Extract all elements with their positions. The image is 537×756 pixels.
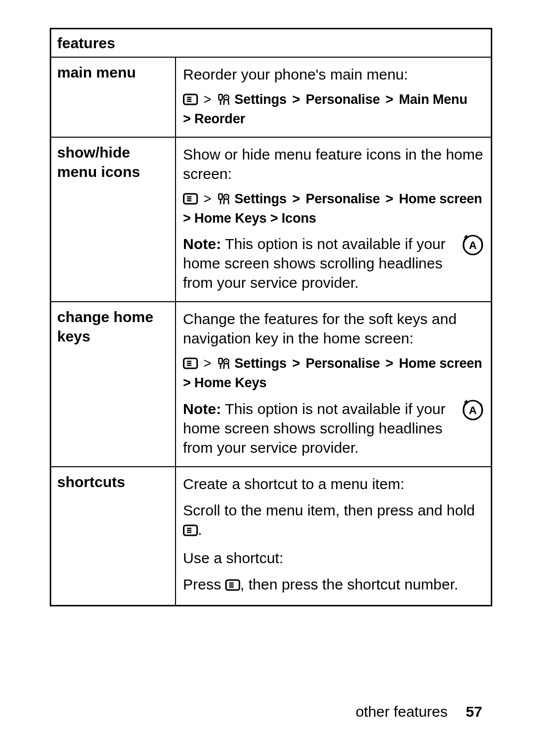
feature-summary: Reorder your phone's main menu:: [183, 65, 484, 84]
note: Note: This option is not available if yo…: [183, 399, 484, 457]
page-number: 57: [466, 703, 482, 720]
note: Note: This option is not available if yo…: [183, 234, 484, 292]
features-table: features main menu Reorder your phone's …: [50, 28, 492, 606]
feature-summary: Change the features for the soft keys an…: [183, 309, 484, 348]
menu-key-icon: [183, 357, 198, 374]
path-step: Home screen: [399, 191, 482, 206]
separator: >: [383, 91, 395, 108]
feature-desc: Show or hide menu feature icons in the h…: [176, 137, 492, 302]
note-body: This option is not available if your hom…: [183, 236, 446, 291]
settings-icon: [217, 357, 231, 374]
text-fragment: Press: [183, 576, 225, 592]
table-row: change home keys Change the features for…: [51, 302, 492, 466]
note-text: Note: This option is not available if yo…: [183, 234, 457, 292]
text-fragment: , then press the shortcut number.: [240, 576, 458, 592]
nav-path: > Settings > Personalise > Main Menu > R…: [183, 91, 484, 128]
instruction: Press , then press the shortcut number.: [183, 575, 484, 596]
settings-icon: [217, 93, 231, 110]
nav-path: > Settings > Personalise > Home screen >…: [183, 190, 484, 227]
table-header: features: [51, 29, 492, 58]
text-fragment: Scroll to the menu item, then press and …: [183, 502, 475, 518]
separator: >: [201, 190, 213, 208]
path-step: Home screen: [399, 356, 482, 371]
feature-name: shortcuts: [51, 467, 176, 606]
menu-key-icon: [183, 522, 198, 541]
table-row: show/hide menu icons Show or hide menu f…: [51, 137, 492, 302]
feature-summary: Show or hide menu feature icons in the h…: [183, 145, 484, 183]
separator: >: [383, 190, 395, 208]
path-step: > Home Keys > Icons: [183, 211, 316, 226]
separator: >: [201, 91, 213, 108]
table-row: main menu Reorder your phone's main menu…: [51, 57, 492, 137]
carrier-dependent-icon: [462, 399, 484, 425]
separator: >: [290, 190, 302, 208]
separator: >: [290, 355, 302, 372]
note-body: This option is not available if your hom…: [183, 401, 446, 456]
nav-path: > Settings > Personalise > Home screen >…: [183, 355, 484, 392]
path-step: Settings: [235, 191, 287, 206]
carrier-dependent-icon: [462, 234, 484, 260]
note-label: Note:: [183, 401, 221, 417]
path-step: Settings: [235, 92, 287, 107]
note-text: Note: This option is not available if yo…: [183, 399, 457, 457]
feature-name: main menu: [51, 57, 176, 137]
path-step: Main Menu: [399, 92, 467, 107]
feature-name: change home keys: [51, 302, 176, 466]
menu-key-icon: [225, 577, 240, 596]
note-label: Note:: [183, 236, 221, 252]
table-row: shortcuts Create a shortcut to a menu it…: [51, 467, 492, 606]
settings-icon: [217, 192, 231, 210]
page-footer: other features 57: [356, 702, 482, 721]
feature-desc: Change the features for the soft keys an…: [176, 302, 492, 466]
feature-name: show/hide menu icons: [51, 137, 176, 302]
path-step: Personalise: [306, 356, 380, 371]
menu-key-icon: [183, 192, 198, 210]
path-step: > Home Keys: [183, 375, 267, 390]
feature-desc: Reorder your phone's main menu: > Settin…: [176, 57, 492, 137]
text-fragment: .: [198, 521, 202, 538]
separator: >: [290, 91, 302, 108]
manual-page: features main menu Reorder your phone's …: [0, 0, 537, 756]
section-label: other features: [356, 703, 448, 720]
separator: >: [383, 355, 395, 372]
separator: >: [201, 355, 213, 372]
menu-key-icon: [183, 93, 198, 110]
path-step: Personalise: [306, 191, 380, 206]
path-step: Settings: [235, 356, 287, 371]
instruction: Use a shortcut:: [183, 548, 484, 568]
instruction: Scroll to the menu item, then press and …: [183, 501, 484, 541]
path-step: Personalise: [306, 92, 380, 107]
feature-desc: Create a shortcut to a menu item: Scroll…: [176, 467, 492, 606]
path-step: > Reorder: [183, 111, 245, 126]
feature-summary: Create a shortcut to a menu item:: [183, 474, 484, 494]
